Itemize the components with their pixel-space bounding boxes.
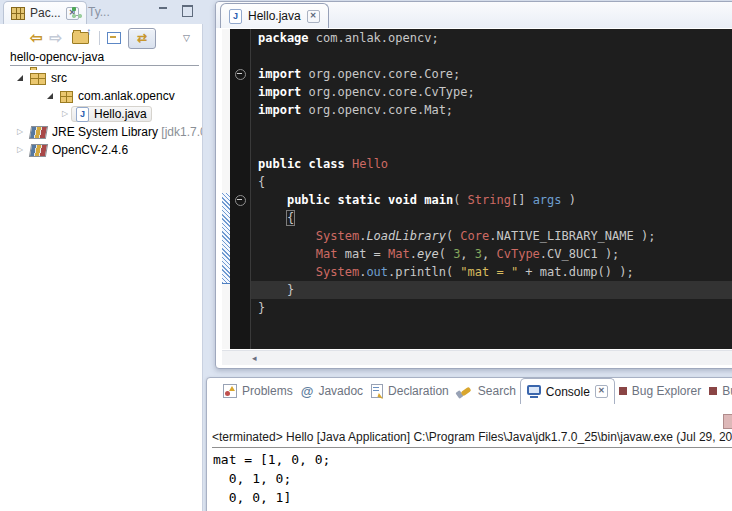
back-arrow-icon[interactable] [30,29,43,47]
code-editor[interactable]: package com.anlak.opencv; import org.ope… [251,29,732,349]
view-menu-icon[interactable] [183,33,190,43]
tab-bug-explorer[interactable]: Bug Explorer [615,378,705,404]
code-line[interactable]: package com.anlak.opencv; [251,29,732,47]
gutter-row [230,191,250,209]
code-line[interactable]: public static void main( String[] args ) [251,191,732,209]
tree-item-decoration: [jdk1.7.0 [158,125,203,139]
code-line[interactable]: } [251,299,732,317]
code-token: Mat [316,247,338,261]
annotation-ruler[interactable] [222,29,230,349]
tree-label-wrap[interactable]: com.anlak.opencv [60,88,175,104]
expanded-arrow-icon[interactable] [17,69,27,87]
code-line[interactable]: System.out.println( "mat = " + mat.dump(… [251,263,732,281]
tree-item-opencv-2-4-6[interactable]: OpenCV-2.4.6 [0,141,202,159]
tab-label: Ty... [88,5,110,19]
code-token: org.opencv.core.Core; [301,67,460,81]
code-line[interactable]: { [251,173,732,191]
gutter-row [230,245,250,263]
code-token: org.opencv.core.Mat; [301,103,453,117]
problems-icon [223,384,237,398]
tab-type-hierarchy[interactable]: Ty... [64,1,117,23]
tree-item-src[interactable]: src [0,69,202,87]
fold-collapse-icon[interactable] [235,195,246,206]
expanded-arrow-icon[interactable] [47,87,57,105]
code-line[interactable]: Mat mat = Mat.eye( 3, 3, CvType.CV_8UC1 … [251,245,732,263]
tree-selection[interactable]: Hello.java [71,106,152,122]
tab-declaration[interactable]: Declaration [367,378,453,404]
tree-label-wrap[interactable]: OpenCV-2.4.6 [30,142,128,158]
tab-console[interactable]: Console [520,378,615,404]
code-token [330,193,337,207]
tab-search[interactable]: Search [453,378,520,404]
declaration-icon [371,384,383,398]
code-token: args [533,193,562,207]
code-line[interactable]: System.LoadLibrary( Core.NATIVE_LIBRARY_… [251,227,732,245]
close-icon[interactable] [307,10,320,23]
code-line[interactable]: import org.opencv.core.Mat; [251,101,732,119]
gutter-row [230,83,250,101]
code-token: } [258,283,294,297]
console-tab-label: Bug Explorer [632,384,701,398]
collapse-all-icon[interactable] [107,32,121,44]
code-token: mat = [337,247,388,261]
collapsed-arrow-icon[interactable] [17,123,27,141]
close-icon[interactable] [595,385,608,398]
forward-arrow-icon[interactable] [50,29,63,47]
gutter-row [230,173,250,191]
code-token [258,265,316,279]
code-line[interactable] [251,47,732,65]
tree-label-wrap[interactable]: src [30,70,67,86]
horizontal-scrollbar[interactable]: ◂ [222,350,732,365]
code-line[interactable]: import org.opencv.core.Core; [251,65,732,83]
code-token: .println( [388,265,460,279]
code-line[interactable] [251,119,732,137]
fold-gutter[interactable] [230,29,251,349]
maximize-icon[interactable] [182,5,193,17]
code-token: "mat = " [460,265,518,279]
tree-item-label: com.anlak.opencv [78,89,175,103]
javadoc-icon [301,385,314,398]
console-toolbar-icon[interactable] [723,414,732,429]
code-token: Mat [388,247,410,261]
editor-tab-label: Hello.java [248,9,301,23]
code-token: import [258,85,301,99]
collapsed-arrow-icon[interactable] [17,141,27,159]
fold-collapse-icon[interactable] [235,69,246,80]
code-line[interactable]: import org.opencv.core.CvType; [251,83,732,101]
editor-tab-bar: Hello.java [216,2,732,28]
minimize-icon[interactable] [158,6,168,16]
code-token: ) [562,193,576,207]
code-token: org.opencv.core.CvType; [301,85,474,99]
code-line[interactable]: public class Hello [251,155,732,173]
method-range-indicator [222,193,230,284]
project-tree: hello-opencv-java srccom.anlak.opencvHel… [0,50,202,159]
tab-label: Pac... [30,6,61,20]
code-line[interactable]: { [251,209,732,227]
tree-item-com-anlak-opencv[interactable]: com.anlak.opencv [0,87,202,105]
code-token: Hello [352,157,388,171]
code-token: ( [446,229,460,243]
tab-bug[interactable]: Bug [705,378,732,404]
console-output[interactable]: mat = [1, 0, 0; 0, 1, 0; 0, 0, 1] [213,450,330,507]
code-token: , [460,247,474,261]
tab-problems[interactable]: Problems [219,378,297,404]
tab-javadoc[interactable]: Javadoc [297,378,367,404]
code-line-current[interactable]: } [251,281,732,299]
go-up-icon[interactable] [72,32,89,44]
editor-area: Hello.java package com.anlak.opencv; imp… [215,1,732,369]
link-with-editor-button[interactable] [128,28,156,49]
tree-item-project[interactable]: hello-opencv-java [10,50,199,66]
tab-hello-java[interactable]: Hello.java [220,3,329,28]
tree-item-hello-java[interactable]: Hello.java [0,105,202,123]
bug-icon [709,387,717,395]
tree-label-wrap[interactable]: JRE System Library [jdk1.7.0 [30,124,203,140]
code-line[interactable] [251,137,732,155]
tree-item-jre-system-library[interactable]: JRE System Library [jdk1.7.0 [0,123,202,141]
gutter-row [230,227,250,245]
tree-item-label: Hello.java [94,107,147,121]
scroll-left-icon[interactable]: ◂ [252,354,257,363]
code-token: Core [460,229,489,243]
console-tab-label: Bug [722,384,732,398]
package-explorer-toolbar [0,27,202,49]
type-hierarchy-icon [71,6,83,18]
